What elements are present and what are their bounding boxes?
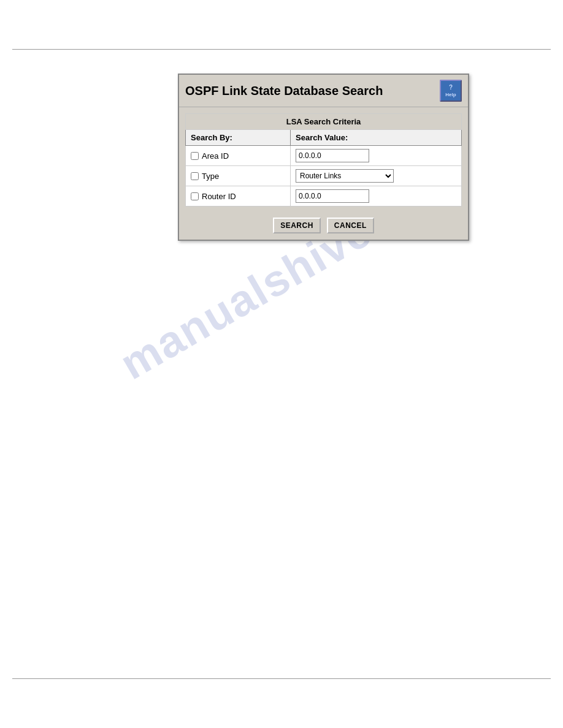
table-row: Type Router Links Network Links Summary … <box>186 166 462 186</box>
router-id-checkbox[interactable] <box>191 192 199 200</box>
cancel-button[interactable]: CANCEL <box>327 218 374 233</box>
router-id-label-text: Router ID <box>202 192 236 201</box>
table-row: Router ID <box>186 186 462 207</box>
lsa-criteria-table: LSA Search Criteria Search By: Search Va… <box>185 113 462 207</box>
col-header-search-value: Search Value: <box>291 130 462 146</box>
lsa-section-header: LSA Search Criteria <box>186 114 462 130</box>
area-id-input[interactable] <box>296 149 369 162</box>
type-cell: Type <box>186 166 291 186</box>
help-button[interactable]: ?Help <box>440 80 462 102</box>
router-id-cell: Router ID <box>186 186 291 207</box>
type-label: Type <box>191 172 285 181</box>
area-id-checkbox[interactable] <box>191 152 199 160</box>
dialog-title-bar: OSPF Link State Database Search ?Help <box>179 75 468 107</box>
type-value-cell: Router Links Network Links Summary Links… <box>291 166 462 186</box>
dialog-title: OSPF Link State Database Search <box>185 84 383 98</box>
help-label: Help <box>445 92 456 97</box>
area-id-cell: Area ID <box>186 146 291 166</box>
type-label-text: Type <box>202 172 219 181</box>
router-id-value-cell <box>291 186 462 207</box>
area-id-label-text: Area ID <box>202 151 229 161</box>
type-select[interactable]: Router Links Network Links Summary Links… <box>296 169 394 183</box>
help-icon: ?Help <box>445 84 456 98</box>
type-checkbox[interactable] <box>191 172 199 180</box>
router-id-label: Router ID <box>191 192 285 201</box>
router-id-input[interactable] <box>296 189 369 203</box>
area-id-label: Area ID <box>191 151 285 161</box>
area-id-value-cell <box>291 146 462 166</box>
col-header-search-by: Search By: <box>186 130 291 146</box>
ospf-dialog: OSPF Link State Database Search ?Help LS… <box>178 74 469 241</box>
dialog-body: LSA Search Criteria Search By: Search Va… <box>179 107 468 213</box>
bottom-border <box>12 678 551 679</box>
search-button[interactable]: SEARCH <box>273 218 321 233</box>
top-border <box>12 49 551 50</box>
dialog-footer: SEARCH CANCEL <box>179 213 468 240</box>
table-row: Area ID <box>186 146 462 166</box>
